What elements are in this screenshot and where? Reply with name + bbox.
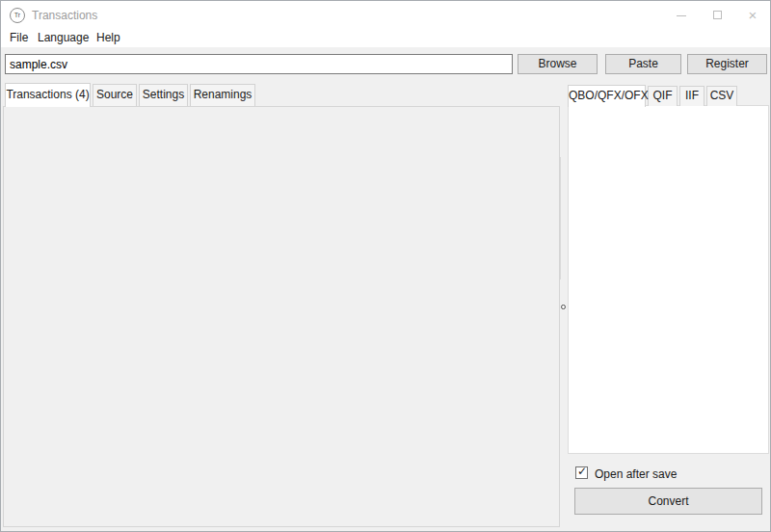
title-bar[interactable]: Tr Transactions × [1,1,770,30]
convert-button[interactable]: Convert [574,488,762,515]
tab-csv[interactable]: CSV [706,86,737,106]
browse-button[interactable]: Browse [518,54,598,74]
tab-settings[interactable]: Settings [139,84,188,106]
menu-bar: File Language Help [1,30,770,47]
open-after-save-checkbox[interactable] [575,466,588,479]
minimize-button[interactable] [664,1,699,30]
paste-button[interactable]: Paste [605,54,681,74]
window-title: Transactions [32,9,97,22]
app-window: Tr Transactions × File Language Help Bro… [0,0,771,532]
menu-file[interactable]: File [10,31,28,44]
tab-qbo-qfx-ofx[interactable]: QBO/QFX/OFX [568,85,646,107]
qbo-tab-page [568,105,769,454]
tab-qif[interactable]: QIF [648,86,678,106]
tab-renamings[interactable]: Renamings [190,84,255,106]
transactions-tab-page [3,106,560,527]
app-icon: Tr [10,8,25,23]
tab-iif[interactable]: IIF [679,86,705,106]
tab-transactions[interactable]: Transactions (4) [5,83,91,107]
tab-source[interactable]: Source [93,84,137,106]
register-button[interactable]: Register [687,54,767,74]
menu-help[interactable]: Help [96,31,120,44]
close-icon: × [749,7,758,23]
panel-splitter-handle[interactable] [561,305,566,309]
close-button[interactable]: × [735,1,770,30]
maximize-button[interactable] [700,1,734,30]
file-path-input[interactable] [5,54,513,74]
maximize-icon [713,11,722,19]
menu-language[interactable]: Language [38,31,89,44]
open-after-save-label: Open after save [595,467,677,481]
minimize-icon [677,15,686,16]
